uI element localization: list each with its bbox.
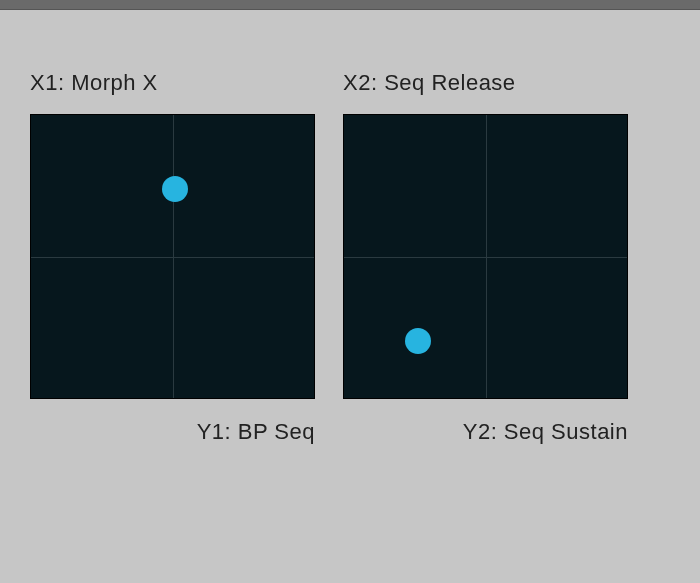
window-top-bar <box>0 0 700 10</box>
xy-pad-2-vertical-axis <box>486 115 487 398</box>
xy-pad-1-column: X1: Morph X Y1: BP Seq <box>30 70 315 445</box>
xy-pad-2[interactable] <box>343 114 628 399</box>
xy-pad-1-vertical-axis <box>173 115 174 398</box>
xy-pad-1-node[interactable] <box>162 176 188 202</box>
xy-pad-2-y-label[interactable]: Y2: Seq Sustain <box>343 419 628 445</box>
xy-pad-2-node[interactable] <box>405 328 431 354</box>
xy-pad-2-column: X2: Seq Release Y2: Seq Sustain <box>343 70 628 445</box>
xy-pads-container: X1: Morph X Y1: BP Seq X2: Seq Release Y… <box>0 10 700 445</box>
xy-pads-row: X1: Morph X Y1: BP Seq X2: Seq Release Y… <box>30 70 670 445</box>
xy-pad-1[interactable] <box>30 114 315 399</box>
xy-pad-2-x-label[interactable]: X2: Seq Release <box>343 70 628 96</box>
xy-pad-1-x-label[interactable]: X1: Morph X <box>30 70 315 96</box>
xy-pad-1-y-label[interactable]: Y1: BP Seq <box>30 419 315 445</box>
